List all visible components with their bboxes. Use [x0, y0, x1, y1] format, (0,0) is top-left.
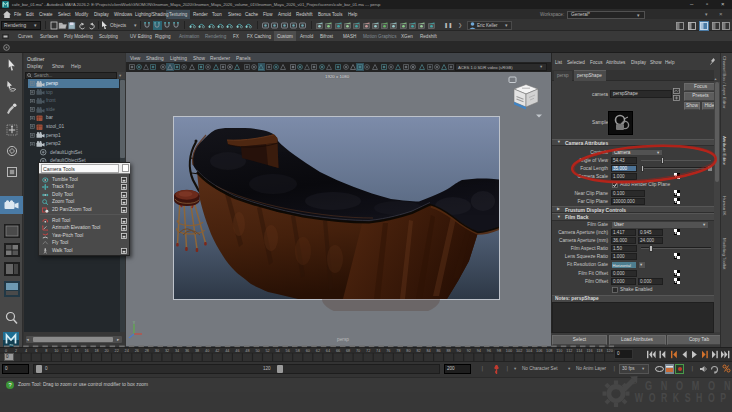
svg-text:WORKSHOP: WORKSHOP — [635, 391, 726, 405]
svg-text:THE: THE — [632, 376, 637, 385]
svg-text:?: ? — [8, 382, 11, 388]
svg-text:Y: Y — [133, 321, 136, 325]
